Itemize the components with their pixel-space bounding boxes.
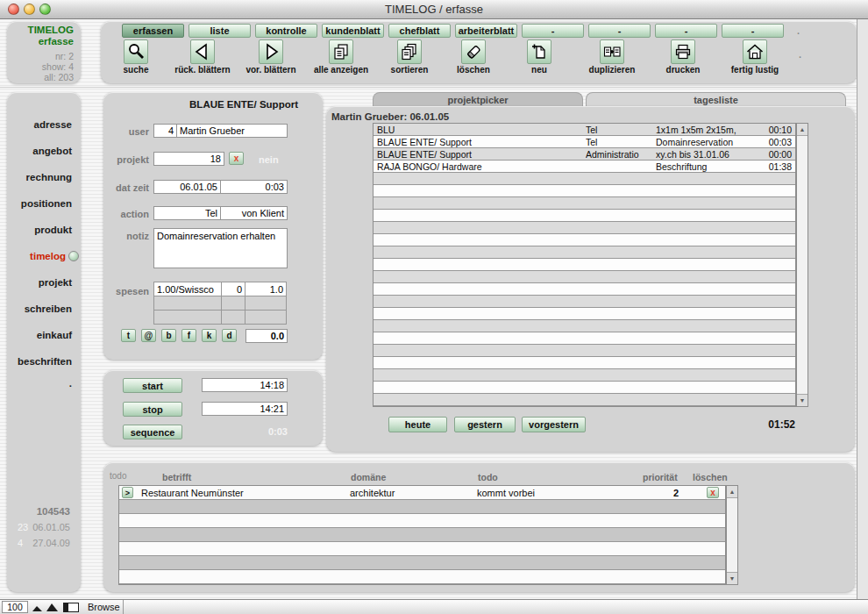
tab-arbeiterblatt[interactable]: arbeiterblatt	[455, 24, 517, 38]
window-titlebar[interactable]: TIMELOG / erfasse	[0, 0, 868, 19]
window-scrollbar[interactable]	[857, 19, 868, 599]
home-label: fertig lustig	[715, 65, 795, 75]
empty-row	[119, 528, 725, 542]
spesen-field[interactable]: 0	[222, 282, 245, 296]
sidebar-item-label: projekt	[39, 277, 72, 288]
delete-button[interactable]	[461, 39, 486, 64]
duplicate-label: duplizieren	[573, 65, 651, 75]
sidebar-item-label: rechnung	[26, 172, 72, 182]
tab-chefblatt[interactable]: chefblatt	[388, 24, 451, 38]
quick-button-t[interactable]: t	[121, 329, 136, 342]
start-button[interactable]: start	[123, 378, 182, 393]
quick-button-d[interactable]: d	[222, 329, 237, 342]
projekt-clear-button[interactable]: x	[229, 152, 244, 165]
spesen-field[interactable]	[245, 296, 287, 311]
heute-button[interactable]: heute	[388, 417, 447, 432]
tab-empty-1[interactable]: -	[522, 24, 584, 38]
spesen-field[interactable]	[222, 296, 245, 311]
sidebar-item-positionen[interactable]: positionen	[7, 190, 81, 217]
sidebar-item-timelog[interactable]: timelog	[7, 243, 81, 269]
datum-field[interactable]: 06.01.05	[153, 180, 221, 194]
print-button[interactable]	[671, 39, 695, 64]
scroll-track[interactable]	[727, 498, 737, 572]
sidebar-item-einkauf[interactable]: einkauf	[7, 322, 81, 348]
sidebar-item-schreiben[interactable]: schreiben	[7, 296, 81, 322]
empty-row	[374, 210, 795, 222]
quick-button-k[interactable]: k	[202, 329, 217, 342]
quick-button-at[interactable]: @	[141, 329, 156, 342]
tab-liste[interactable]: liste	[189, 24, 251, 38]
todo-scrollbar[interactable]: ▲ ▼	[726, 485, 738, 585]
home-button[interactable]	[743, 39, 767, 64]
next-record-button[interactable]	[259, 39, 283, 64]
tab-erfassen[interactable]: erfassen	[122, 24, 184, 38]
zeit-field[interactable]: 0:03	[220, 180, 288, 194]
sequence-button[interactable]: sequence	[123, 425, 182, 439]
quick-button-f[interactable]: f	[181, 329, 196, 342]
tab-kontrolle[interactable]: kontrolle	[255, 24, 317, 38]
spesen-field[interactable]: 1.0	[245, 282, 287, 296]
sidebar-item-beschriften[interactable]: beschriften	[7, 348, 81, 375]
start-time-field[interactable]: 14:18	[202, 378, 288, 392]
zoom-level-box[interactable]: 100	[2, 601, 28, 613]
tagesliste-row[interactable]: RAJA BONGO/ Hardware Beschriftung 01:38	[374, 161, 795, 173]
new-record-button[interactable]	[527, 39, 551, 64]
sidebar-item-projekt[interactable]: projekt	[7, 269, 81, 296]
scroll-down-icon[interactable]: ▼	[797, 394, 808, 406]
spesen-field[interactable]	[154, 311, 222, 325]
action-type-field[interactable]: Tel	[153, 206, 221, 220]
spesen-field[interactable]	[222, 311, 245, 325]
search-label: suche	[104, 65, 167, 75]
notiz-field[interactable]: Domainreservation erhalten	[153, 228, 288, 268]
todo-goto-button[interactable]: >	[122, 487, 133, 498]
duplicate-button[interactable]	[600, 39, 624, 64]
tagesliste-scrollbar[interactable]: ▲ ▼	[796, 123, 808, 407]
tagesliste-row[interactable]: BLU Tel 1x1m 1x5m 2x15m, 00:10	[374, 124, 795, 136]
zoom-out-icon[interactable]	[32, 602, 43, 614]
todo-row[interactable]: > Restaurant Neumünster architektur komm…	[119, 486, 725, 500]
search-button[interactable]	[124, 39, 148, 64]
tagesliste-row[interactable]: BLAUE ENTE/ Support Administratio xy.ch …	[374, 148, 795, 161]
scroll-up-icon[interactable]: ▲	[727, 486, 737, 498]
quick-button-b[interactable]: b	[161, 329, 176, 342]
sidebar-footer-row: 23 06.01.05	[7, 522, 81, 538]
zoom-in-icon[interactable]	[46, 602, 59, 614]
vorgestern-button[interactable]: vorgestern	[522, 417, 586, 432]
tagesliste-row[interactable]: BLAUE ENTE/ Support Tel Domainreservatio…	[374, 136, 795, 148]
stop-time-field[interactable]: 14:21	[202, 402, 288, 416]
spesen-total-field[interactable]: 0.0	[245, 329, 288, 343]
action-source-field[interactable]: von Klient	[220, 206, 288, 220]
spesen-field[interactable]: 1.00/Swissco	[154, 282, 222, 296]
projekt-number-field[interactable]: 18	[153, 152, 224, 166]
spesen-field[interactable]	[154, 296, 222, 311]
tab-projektpicker[interactable]: projektpicker	[373, 92, 583, 107]
sequence-time: 0:03	[244, 426, 288, 437]
sort-button[interactable]	[397, 39, 422, 64]
tab-kundenblatt[interactable]: kundenblatt	[322, 24, 384, 38]
tab-empty-4[interactable]: -	[722, 24, 784, 38]
stop-button[interactable]: stop	[123, 402, 182, 417]
show-all-button[interactable]	[329, 39, 353, 64]
sidebar-item-dot[interactable]: .	[7, 375, 81, 392]
gestern-button[interactable]: gestern	[454, 417, 516, 432]
scroll-up-icon[interactable]: ▲	[797, 124, 808, 136]
scroll-track[interactable]	[797, 136, 808, 394]
mode-selector[interactable]: Browse	[88, 602, 120, 612]
tab-empty-2[interactable]: -	[588, 24, 651, 38]
sidebar-item-adresse[interactable]: adresse	[7, 111, 81, 138]
spesen-field[interactable]	[245, 311, 287, 325]
scroll-down-icon[interactable]: ▼	[727, 572, 737, 584]
status-area-toggle-icon[interactable]	[63, 603, 79, 614]
tab-tagesliste[interactable]: tagesliste	[586, 92, 846, 107]
todo-delete-button[interactable]: x	[707, 487, 719, 498]
row-action: Tel	[586, 137, 656, 147]
tab-empty-3[interactable]: -	[655, 24, 717, 38]
new-document-icon	[530, 42, 549, 61]
sidebar-item-rechnung[interactable]: rechnung	[7, 164, 81, 190]
user-number-field[interactable]: 4	[153, 124, 177, 138]
user-name-field[interactable]: Martin Grueber	[176, 124, 288, 138]
sidebar-item-produkt[interactable]: produkt	[7, 217, 81, 243]
form-header: BLAUE ENTE/ Support	[189, 99, 298, 110]
prev-record-button[interactable]	[190, 39, 215, 64]
sidebar-item-angebot[interactable]: angebot	[7, 138, 81, 164]
